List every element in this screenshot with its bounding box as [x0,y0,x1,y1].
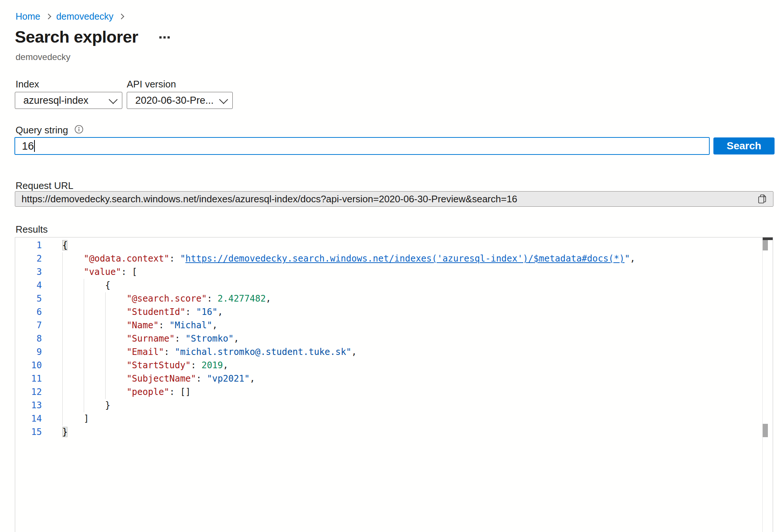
line-number: 9 [15,345,42,359]
line-number: 10 [15,359,42,372]
index-dropdown[interactable]: azuresql-index [15,92,122,109]
editor-scrollbar-thumb[interactable] [763,240,768,250]
code-line: 1{ [15,239,762,252]
line-number: 4 [15,279,42,292]
line-number: 3 [15,265,42,279]
request-url-label: Request URL [16,180,73,192]
query-string-label: Query string [16,124,68,136]
line-number: 15 [15,425,42,439]
line-number: 5 [15,292,42,305]
chevron-right-icon [119,14,125,20]
text-caret [34,140,35,152]
request-url-value: https://demovedecky.search.windows.net/i… [21,193,757,205]
results-label: Results [16,224,48,235]
overview-ruler-cursor-marker [763,237,773,240]
code-line: 9 "Email": "michal.stromko@.student.tuke… [15,345,762,359]
query-string-input[interactable]: 16 [14,137,710,155]
api-version-label: API version [127,79,176,90]
editor-scrollbar-track [762,237,763,532]
line-number: 11 [15,372,42,385]
code-line: 15} [15,425,762,439]
code-line: 12 "people": [] [15,385,762,399]
chevron-down-icon [109,95,117,104]
search-explorer-blade: Home demovedecky Search explorer demoved… [0,0,779,532]
breadcrumb-home-link[interactable]: Home [16,11,40,22]
index-label: Index [16,79,39,90]
line-number: 2 [15,252,42,265]
info-icon[interactable] [74,125,83,134]
index-dropdown-value: azuresql-index [23,95,89,106]
breadcrumb-service-link[interactable]: demovedecky [56,11,113,22]
code-line: 8 "Surname": "Stromko", [15,332,762,345]
code-line: 13 } [15,399,762,412]
copy-icon[interactable] [757,193,768,205]
page-title: Search explorer [15,27,138,47]
code-lines: 1{2 "@odata.context": "https://demovedec… [15,239,762,439]
line-number: 14 [15,412,42,425]
line-number: 13 [15,399,42,412]
api-version-dropdown-value: 2020-06-30-Pre... [135,95,214,106]
line-number: 12 [15,385,42,399]
api-version-dropdown[interactable]: 2020-06-30-Pre... [127,92,233,109]
results-code-editor[interactable]: 1{2 "@odata.context": "https://demovedec… [15,237,773,532]
line-number: 7 [15,319,42,332]
code-line: 11 "SubjectName": "vp2021", [15,372,762,385]
query-string-value: 16 [22,140,34,152]
code-line: 3 "value": [ [15,265,762,279]
breadcrumb: Home demovedecky [16,11,124,22]
search-button[interactable]: Search [713,137,775,154]
page-subtitle: demovedecky [16,52,70,62]
scrollbar-thumb[interactable] [763,424,768,437]
code-line: 14 ] [15,412,762,425]
code-line: 2 "@odata.context": "https://demovedecky… [15,252,762,265]
code-line: 7 "Name": "Michal", [15,319,762,332]
more-options-icon[interactable] [159,36,170,39]
code-line: 6 "StudentId": "16", [15,305,762,319]
code-line: 10 "StartStudy": 2019, [15,359,762,372]
code-line: 5 "@search.score": 2.4277482, [15,292,762,305]
code-line: 4 { [15,279,762,292]
line-number: 8 [15,332,42,345]
request-url-field[interactable]: https://demovedecky.search.windows.net/i… [15,191,773,207]
chevron-right-icon [45,14,51,20]
line-number: 1 [15,239,42,252]
line-number: 6 [15,305,42,319]
chevron-down-icon [219,95,228,104]
